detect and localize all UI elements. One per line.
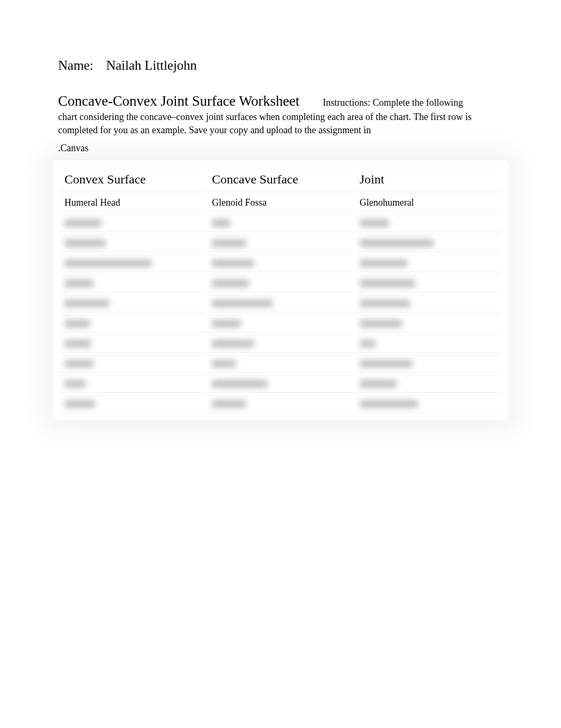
table-row [60, 335, 501, 353]
name-row: Name: Nailah Littlejohn [58, 58, 503, 73]
cell-joint [356, 294, 501, 312]
table-row: Humeral HeadGlenoid FossaGlenohumeral [60, 193, 501, 212]
table-header-row: Convex Surface Concave Surface Joint [60, 168, 501, 191]
cell-concave [208, 395, 353, 413]
cell-concave [208, 375, 353, 393]
cell-convex [60, 294, 205, 312]
cell-concave: Glenoid Fossa [208, 193, 353, 212]
cell-convex [60, 355, 205, 373]
cell-joint: Glenohumeral [356, 193, 501, 212]
table-row [60, 315, 501, 333]
instructions-inline: Instructions: Complete the following [323, 97, 463, 108]
title-block: Concave-Convex Joint Surface Worksheet I… [58, 93, 503, 137]
cell-concave [208, 294, 353, 312]
cell-concave [208, 355, 353, 373]
cell-joint [356, 395, 501, 413]
cell-joint [356, 355, 501, 373]
cell-convex [60, 395, 205, 413]
cell-convex [60, 315, 205, 333]
header-concave: Concave Surface [208, 168, 353, 191]
cell-joint [356, 254, 501, 272]
cell-convex [60, 214, 205, 232]
table-container: Convex Surface Concave Surface Joint Hum… [58, 165, 503, 415]
canvas-line: .Canvas [58, 143, 503, 154]
name-value: Nailah Littlejohn [106, 58, 197, 73]
cell-joint [356, 315, 501, 333]
table-row [60, 294, 501, 312]
table-row [60, 254, 501, 272]
cell-concave [208, 234, 353, 252]
cell-convex: Humeral Head [60, 193, 205, 212]
table-row [60, 355, 501, 373]
cell-concave [208, 315, 353, 333]
header-convex: Convex Surface [60, 168, 205, 191]
worksheet-title: Concave-Convex Joint Surface Worksheet [58, 93, 300, 109]
table-row [60, 375, 501, 393]
cell-convex [60, 335, 205, 353]
table-row [60, 214, 501, 232]
cell-joint [356, 274, 501, 292]
cell-concave [208, 274, 353, 292]
instructions-body: chart considering the concave–convex joi… [58, 110, 503, 137]
cell-joint [356, 335, 501, 353]
cell-joint [356, 214, 501, 232]
cell-convex [60, 254, 205, 272]
cell-convex [60, 234, 205, 252]
cell-convex [60, 375, 205, 393]
cell-concave [208, 214, 353, 232]
joint-surface-table: Convex Surface Concave Surface Joint Hum… [58, 165, 503, 415]
cell-joint [356, 375, 501, 393]
cell-joint [356, 234, 501, 252]
cell-concave [208, 335, 353, 353]
cell-concave [208, 254, 353, 272]
cell-convex [60, 274, 205, 292]
name-label: Name: [58, 58, 94, 73]
table-row [60, 395, 501, 413]
header-joint: Joint [356, 168, 501, 191]
table-row [60, 274, 501, 292]
table-row [60, 234, 501, 252]
